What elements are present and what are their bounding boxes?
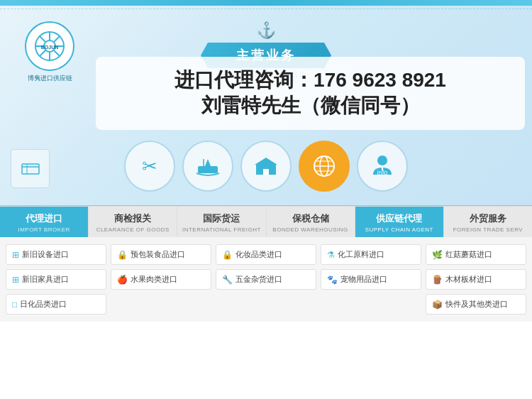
svg-line-6 xyxy=(40,36,45,42)
service-icon-person[interactable]: info xyxy=(357,141,408,192)
grid-item-equipment[interactable]: ⊞ 新旧设备进口 xyxy=(6,244,106,265)
service-icon-scissors[interactable]: ✂ xyxy=(124,141,175,192)
tab-import-cn: 代理进口 xyxy=(26,212,62,225)
tab-foreign-cn: 外贸服务 xyxy=(470,212,506,225)
svg-marker-12 xyxy=(205,159,211,166)
tab-supply-en: SUPPLY CHAIN AGENT xyxy=(365,226,433,233)
logo-area: BOJUN 博隽进口供应链 xyxy=(11,21,89,83)
svg-text:BOJUN: BOJUN xyxy=(41,45,59,50)
hardware-icon: 🔧 xyxy=(222,275,233,285)
svg-line-9 xyxy=(40,50,45,56)
service-icon-warehouse[interactable] xyxy=(240,141,292,192)
tab-clearance-cn: 商检报关 xyxy=(114,212,151,225)
furniture-icon: ⊞ xyxy=(12,275,19,285)
wood-icon: 🪵 xyxy=(432,275,443,285)
mushroom-icon: 🌿 xyxy=(432,250,443,260)
logo-name: 博隽进口供应链 xyxy=(28,74,72,83)
ship-svg xyxy=(195,156,221,176)
svg-point-22 xyxy=(377,155,387,165)
person-svg: info xyxy=(370,153,394,179)
pet-icon: 🐾 xyxy=(327,275,338,285)
fruit-icon: 🍎 xyxy=(117,275,128,285)
tab-import[interactable]: 代理进口 IMPORT BROKER xyxy=(0,207,89,237)
daily-icon: □ xyxy=(12,300,17,310)
service-icons-row: ✂ xyxy=(0,141,532,192)
contact-line1: 进口代理咨询：176 9623 8921 xyxy=(110,67,511,93)
svg-line-8 xyxy=(54,36,60,42)
tab-supply[interactable]: 供应链代理 SUPPLY CHAIN AGENT xyxy=(355,207,444,237)
grid-item-express[interactable]: 📦 快件及其他类进口 xyxy=(426,294,526,315)
food-icon: 🔒 xyxy=(117,250,128,260)
svg-line-7 xyxy=(54,50,60,56)
tab-bonded-cn: 保税仓储 xyxy=(292,212,329,225)
grid-item-furniture[interactable]: ⊞ 新旧家具进口 xyxy=(6,269,106,290)
fruit-label: 水果肉类进口 xyxy=(131,274,177,285)
logo-circle: BOJUN xyxy=(25,21,74,71)
svg-marker-14 xyxy=(255,158,277,165)
furniture-label: 新旧家具进口 xyxy=(22,274,69,285)
grid-item-pet[interactable]: 🐾 宠物用品进口 xyxy=(321,269,421,290)
tab-bonded-en: BONDED WAREHOUSING xyxy=(272,226,348,233)
contact-line2: 刘雷特先生（微信同号） xyxy=(110,93,511,119)
chemical-icon: ⚗ xyxy=(327,250,335,260)
pet-label: 宠物用品进口 xyxy=(340,274,387,285)
svg-rect-13 xyxy=(203,159,204,166)
tab-freight[interactable]: 国际货运 INTERNATIONAL FREIGHT xyxy=(177,207,266,237)
equipment-label: 新旧设备进口 xyxy=(22,249,69,260)
content-grid: ⊞ 新旧设备进口 🔒 预包装食品进口 🔒 化妆品类进口 ⚗ 化工原料进口 🌿 红… xyxy=(0,237,532,322)
small-icon-left xyxy=(11,149,50,188)
svg-rect-25 xyxy=(22,164,39,174)
tab-clearance-en: CLEARANCE OF GOODS xyxy=(96,226,170,233)
express-label: 快件及其他类进口 xyxy=(445,299,508,310)
svg-text:info: info xyxy=(377,169,388,176)
svg-rect-16 xyxy=(263,169,269,175)
tab-import-en: IMPORT BROKER xyxy=(18,226,70,233)
tab-supply-cn: 供应链代理 xyxy=(376,212,422,225)
tab-clearance[interactable]: 商检报关 CLEARANCE OF GOODS xyxy=(89,207,177,237)
grid-item-fruit[interactable]: 🍎 水果肉类进口 xyxy=(111,269,211,290)
nav-tabs: 代理进口 IMPORT BROKER 商检报关 CLEARANCE OF GOO… xyxy=(0,206,532,237)
svg-rect-11 xyxy=(198,166,218,173)
tab-freight-cn: 国际货运 xyxy=(203,212,240,225)
tab-freight-en: INTERNATIONAL FREIGHT xyxy=(182,226,261,233)
grid-item-food[interactable]: 🔒 预包装食品进口 xyxy=(111,244,211,265)
warehouse-svg xyxy=(253,155,279,177)
tab-bonded[interactable]: 保税仓储 BONDED WAREHOUSING xyxy=(267,207,355,237)
grid-item-chemical[interactable]: ⚗ 化工原料进口 xyxy=(321,244,421,265)
cosmetics-icon: 🔒 xyxy=(222,250,233,260)
hardware-label: 五金杂货进口 xyxy=(235,274,282,285)
anchor-icon: ⚓ xyxy=(257,21,276,40)
mushroom-label: 红菇蘑菇进口 xyxy=(445,249,492,260)
food-label: 预包装食品进口 xyxy=(131,249,185,260)
equipment-icon: ⊞ xyxy=(12,250,19,260)
top-banner: ⚓ 主营业务 MAIN BUSINESS xyxy=(0,0,532,206)
cosmetics-label: 化妆品类进口 xyxy=(235,249,282,260)
grid-item-cosmetics[interactable]: 🔒 化妆品类进口 xyxy=(216,244,316,265)
globe-svg xyxy=(311,153,337,179)
logo-svg: BOJUN xyxy=(32,28,67,64)
service-icon-globe[interactable] xyxy=(299,141,350,192)
grid-item-wood[interactable]: 🪵 木材板材进口 xyxy=(426,269,526,290)
grid-item-mushroom[interactable]: 🌿 红菇蘑菇进口 xyxy=(426,244,526,265)
grid-item-hardware[interactable]: 🔧 五金杂货进口 xyxy=(216,269,316,290)
wood-label: 木材板材进口 xyxy=(445,274,492,285)
tab-foreign[interactable]: 外贸服务 FOREIGN TRADE SERV xyxy=(444,207,532,237)
contact-overlay: 进口代理咨询：176 9623 8921 刘雷特先生（微信同号） xyxy=(96,57,525,130)
daily-label: 日化品类进口 xyxy=(20,299,67,310)
tab-foreign-en: FOREIGN TRADE SERV xyxy=(453,226,523,233)
service-icon-ship[interactable] xyxy=(182,141,233,192)
express-icon: 📦 xyxy=(432,300,443,310)
grid-item-daily[interactable]: □ 日化品类进口 xyxy=(6,294,106,315)
small-icon-svg xyxy=(20,158,41,180)
chemical-label: 化工原料进口 xyxy=(338,249,384,260)
